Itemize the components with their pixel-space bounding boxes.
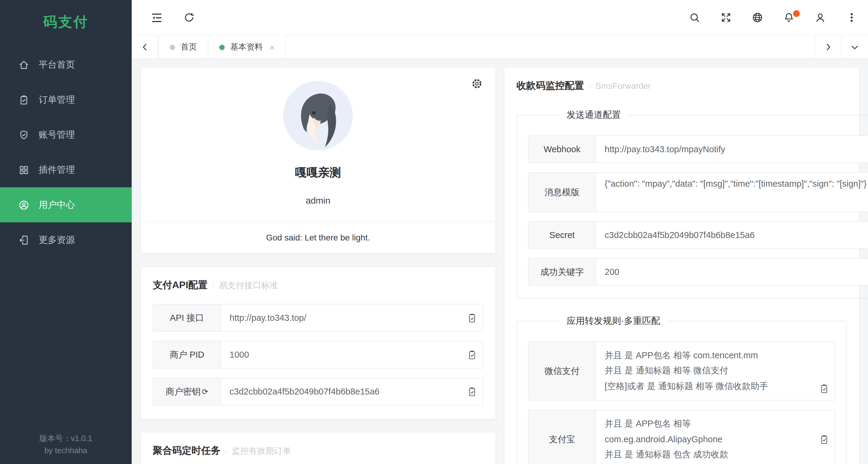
sidebar-item-accounts[interactable]: 账号管理	[0, 117, 132, 152]
sidebar-item-more-resources[interactable]: 更多资源	[0, 222, 132, 257]
title-separator: ·	[212, 280, 214, 290]
aggregate-task-card: 聚合码定时任务 · 监控有效期订单 订单监控 http://pay.to343.…	[141, 433, 495, 464]
tab-label: 首页	[181, 42, 197, 53]
more-options-kebab-icon[interactable]	[840, 6, 863, 29]
main-area: 首页 基本资料 ×	[132, 0, 868, 464]
collapse-menu-icon[interactable]	[145, 6, 168, 29]
field-row-secret: Secret c3d2cbb02a4f5b2049b07f4b6b8e15a6	[528, 221, 868, 249]
field-value[interactable]: 并且 是 APP包名 相等 com.tencent.mm 并且 是 通知标题 相…	[596, 342, 813, 400]
notifications-bell-icon[interactable]	[777, 6, 800, 29]
field-rows: 微信支付 并且 是 APP包名 相等 com.tencent.mm 并且 是 通…	[528, 341, 835, 464]
search-icon[interactable]	[683, 6, 706, 29]
notification-badge-dot	[793, 10, 800, 17]
copy-icon[interactable]	[461, 378, 483, 405]
home-icon	[18, 59, 30, 70]
field-value[interactable]: c3d2cbb02a4f5b2049b07f4b6b8e15a6	[221, 378, 461, 405]
tabbar-spacer	[286, 36, 815, 59]
field-row-merchant-key: 商户密钥⟳ c3d2cbb02a4f5b2049b07f4b6b8e15a6	[153, 378, 483, 405]
field-row-merchant-pid: 商户 PID 1000	[153, 341, 483, 369]
pay-api-card: 支付API配置 · 易支付接口标准 API 接口 http://pay.to34…	[141, 267, 495, 419]
sidebar-item-label: 插件管理	[39, 164, 75, 176]
more-resources-icon	[18, 234, 30, 246]
refresh-icon[interactable]	[178, 6, 200, 29]
card-title-row: 收款码监控配置 · SmsForwarder	[517, 80, 847, 92]
field-label: 商户密钥⟳	[153, 378, 221, 405]
field-label: 微信支付	[529, 342, 596, 400]
tabs-scroll-left-icon[interactable]	[132, 36, 158, 59]
user-center-icon	[18, 199, 30, 211]
field-value[interactable]: http://pay.to343.top/mpayNotify	[596, 136, 868, 162]
field-value[interactable]: http://pay.to343.top/	[221, 305, 461, 331]
field-value[interactable]: 并且 是 APP包名 相等 com.eg.android.AlipayGphon…	[596, 410, 813, 464]
fullscreen-icon[interactable]	[715, 6, 738, 29]
field-label: 消息模版	[529, 173, 596, 212]
rule-line: 并且 是 APP包名 相等 com.tencent.mm	[604, 348, 758, 363]
user-avatar-icon[interactable]	[809, 6, 832, 29]
field-row-message-template: 消息模版 {"action": "mpay","data": "[msg]","…	[528, 172, 868, 212]
tab-basic-profile[interactable]: 基本资料 ×	[208, 36, 286, 59]
copy-icon[interactable]	[813, 342, 835, 400]
field-value[interactable]: 1000	[221, 341, 461, 368]
title-separator: ·	[225, 446, 227, 456]
tab-home[interactable]: 首页	[158, 36, 208, 59]
order-icon	[18, 94, 30, 105]
group-legend: 发送通道配置	[559, 110, 628, 121]
left-column: 嘎嘎亲测 admin God said: Let there be light.…	[141, 68, 495, 464]
tabs-scroll-right-icon[interactable]	[815, 36, 841, 59]
card-subtitle: SmsForwarder	[595, 81, 651, 91]
field-label: API 接口	[153, 305, 221, 331]
copy-icon[interactable]	[461, 341, 483, 368]
field-value[interactable]: {"action": "mpay","data": "[msg]","time"…	[596, 173, 868, 212]
card-title-row: 支付API配置 · 易支付接口标准	[153, 279, 483, 292]
field-row-webhook: Webhook http://pay.to343.top/mpayNotify	[528, 135, 868, 163]
card-title: 支付API配置	[153, 279, 208, 292]
send-channel-group: 发送通道配置 Webhook http://pay.to343.top/mpay…	[517, 110, 868, 299]
field-value[interactable]: c3d2cbb02a4f5b2049b07f4b6b8e15a6	[596, 222, 868, 248]
account-icon	[18, 129, 30, 141]
card-subtitle: 监控有效期订单	[231, 446, 291, 457]
sidebar: 码支付 平台首页 订单管理 账号管理	[0, 0, 132, 464]
plugin-icon	[18, 164, 30, 176]
card-title: 聚合码定时任务	[153, 445, 220, 457]
field-row-api-endpoint: API 接口 http://pay.to343.top/	[153, 304, 483, 332]
version-info: 版本号：v1.0.1 by techhaha	[0, 432, 132, 457]
field-rows: API 接口 http://pay.to343.top/ 商户 PID 1000…	[153, 304, 483, 405]
topbar	[132, 0, 868, 36]
field-row-alipay-rule: 支付宝 并且 是 APP包名 相等 com.eg.android.AlipayG…	[528, 410, 835, 464]
rule-line: 并且 是 通知标题 包含 成功收款	[604, 447, 728, 463]
profile-avatar[interactable]	[283, 81, 353, 150]
page-content: 嘎嘎亲测 admin God said: Let there be light.…	[132, 59, 868, 464]
sidebar-item-orders[interactable]: 订单管理	[0, 82, 132, 117]
app-logo: 码支付	[0, 0, 132, 39]
sidebar-nav: 平台首页 订单管理 账号管理 插件管理	[0, 47, 132, 257]
sidebar-item-plugins[interactable]: 插件管理	[0, 152, 132, 187]
sidebar-item-user-center[interactable]: 用户中心	[0, 187, 132, 222]
card-subtitle: 易支付接口标准	[219, 280, 278, 291]
tab-label: 基本资料	[230, 42, 263, 53]
profile-name: 嘎嘎亲测	[141, 165, 495, 181]
regenerate-key-refresh-icon[interactable]: ⟳	[202, 387, 208, 396]
version-author: by techhaha	[0, 445, 132, 457]
copy-icon[interactable]	[813, 410, 835, 464]
tabs-menu-chevron-down-icon[interactable]	[841, 36, 868, 59]
copy-icon[interactable]	[461, 305, 483, 331]
group-legend: 应用转发规则·多重匹配	[559, 315, 668, 327]
profile-role: admin	[141, 195, 495, 206]
field-row-success-keyword: 成功关键字 200	[528, 258, 868, 286]
sidebar-item-label: 平台首页	[39, 59, 75, 70]
tab-status-dot	[219, 44, 225, 50]
rule-line: 并且 是 通知标题 相等 微信支付	[604, 363, 728, 379]
sidebar-item-label: 用户中心	[39, 199, 75, 211]
version-number: 版本号：v1.0.1	[0, 432, 132, 444]
language-globe-icon[interactable]	[746, 6, 769, 29]
tab-status-dot	[170, 44, 175, 50]
rule-line: 并且 是 APP包名 相等 com.eg.android.AlipayGphon…	[604, 416, 805, 447]
tab-close-icon[interactable]: ×	[270, 42, 275, 52]
profile-settings-gear-icon[interactable]	[470, 78, 483, 92]
field-value[interactable]: 200	[596, 258, 868, 285]
sidebar-item-platform-home[interactable]: 平台首页	[0, 47, 132, 82]
field-label: 支付宝	[529, 410, 596, 464]
topbar-left	[145, 6, 200, 29]
title-separator: ·	[588, 81, 591, 91]
field-label: Secret	[529, 222, 596, 248]
